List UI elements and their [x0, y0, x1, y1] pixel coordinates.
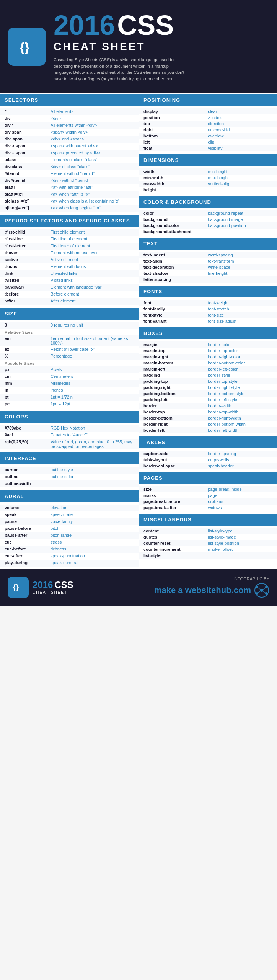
prop-right: border-bottom-color — [208, 361, 273, 365]
prop-right: clear — [208, 109, 273, 114]
row-value: Value of red, green, and blue, 0 to 255,… — [51, 439, 134, 449]
prop-right: border-top-style — [208, 379, 273, 384]
interface-header: INTERFACE — [0, 452, 138, 464]
table-row: padding-leftborder-left-style — [139, 397, 277, 403]
row-value: <span> with parent <div> — [51, 144, 134, 148]
table-row: height — [139, 187, 277, 193]
interface-section: INTERFACE cursoroutline-styleoutlineoutl… — [0, 452, 138, 490]
text-header: TEXT — [139, 238, 277, 250]
prop-left: font-variant — [143, 319, 208, 323]
prop-left: font-style — [143, 313, 208, 317]
prop-right: border-top-color — [208, 348, 273, 353]
row-key: a[attr] — [5, 185, 51, 189]
row-key: #itemid — [5, 171, 51, 176]
table-row: border-rightborder-bottom-width — [139, 421, 277, 427]
header: {} 2016 CSS CHEAT SHEET Cascading Style … — [0, 0, 277, 93]
table-row: widthmin-height — [139, 168, 277, 175]
boxes-header: BOXES — [139, 327, 277, 339]
table-row: cmCentimeters — [0, 373, 138, 380]
table-row: font-stylefont-size — [139, 312, 277, 318]
row-key: 0 — [5, 323, 51, 327]
table-row: font-familyfont-stretch — [139, 306, 277, 312]
row-value: speak-numeral — [51, 560, 134, 565]
size-content: 00 requires no unitRelative Sizesem1em e… — [0, 320, 138, 410]
prop-left: letter-spacing — [143, 277, 208, 282]
prop-left: margin-left — [143, 367, 208, 371]
table-row: paddingborder-style — [139, 372, 277, 378]
prop-right: background-image — [208, 217, 273, 222]
table-row: margin-leftborder-left-color — [139, 366, 277, 372]
aural-content: volumeelevationspeakspeech-ratepausevoic… — [0, 502, 138, 569]
footer-logo-text: 2016 CSS CHEAT SHEET — [33, 580, 73, 595]
prop-right: speak-header — [208, 464, 273, 468]
pseudo-section: PSEUDO SELECTORS AND PSEUDO CLASSES :fir… — [0, 215, 138, 307]
prop-left: display — [143, 109, 208, 114]
row-key: div, span — [5, 137, 51, 141]
row-value: First child element — [51, 230, 134, 234]
selectors-header: SELECTORS — [0, 94, 138, 106]
prop-right: border-right-width — [208, 416, 273, 420]
table-row: :linkUnvisited links — [0, 270, 138, 277]
table-row: a[attr]<a> with attribute "attr" — [0, 184, 138, 191]
table-row: border-leftborder-left-width — [139, 427, 277, 433]
row-key: div + span — [5, 150, 51, 155]
fonts-section: FONTS fontfont-weightfont-familyfont-str… — [139, 286, 277, 327]
table-row: :first-lineFirst line of element — [0, 236, 138, 243]
table-row: div span<span> within <div> — [0, 129, 138, 136]
table-row: backgroundbackground-image — [139, 216, 277, 222]
table-row: border-topborder-top-width — [139, 409, 277, 415]
table-row: 00 requires no unit — [0, 322, 138, 329]
selectors-content: *All elementsdiv<div>div *All elements w… — [0, 106, 138, 214]
prop-left: page-break-before — [143, 499, 208, 504]
prop-left: padding — [143, 373, 208, 377]
footer-brand: make a websitehub.com — [154, 585, 251, 595]
prop-left: margin — [143, 342, 208, 347]
table-row: volumeelevation — [0, 505, 138, 511]
table-row: %Percentage — [0, 353, 138, 360]
aural-header: AURAL — [0, 490, 138, 502]
table-row: displayclear — [139, 108, 277, 114]
prop-left: border-top — [143, 410, 208, 414]
row-value: After element — [51, 299, 134, 303]
prop-right: border-bottom-style — [208, 391, 273, 396]
prop-left: list-style — [143, 553, 208, 558]
table-row: marginborder-color — [139, 341, 277, 348]
prop-right: border-right-style — [208, 385, 273, 390]
row-key: outline-width — [5, 481, 51, 486]
sub-label: Absolute Sizes — [0, 360, 138, 366]
prop-left: padding-right — [143, 385, 208, 390]
sub-label: Relative Sizes — [0, 329, 138, 335]
prop-left: margin-bottom — [143, 361, 208, 365]
prop-right: overflow — [208, 134, 273, 138]
prop-right: border-bottom-width — [208, 422, 273, 426]
footer-cheat: CHEAT SHEET — [33, 590, 73, 595]
size-header: SIZE — [0, 308, 138, 320]
prop-left: max-width — [143, 181, 208, 186]
prop-left: color — [143, 211, 208, 216]
row-key: div span — [5, 130, 51, 134]
table-row: rightunicode-bidi — [139, 127, 277, 133]
prop-right: direction — [208, 121, 273, 126]
table-row: a[attr='x']<a> when "attr" is "x" — [0, 191, 138, 198]
prop-left: marks — [143, 493, 208, 498]
svg-text:{}: {} — [13, 583, 19, 591]
prop-right: border-left-width — [208, 428, 273, 433]
table-row: counter-incrementmarker-offset — [139, 546, 277, 552]
row-key: :focus — [5, 264, 51, 269]
table-row: text-indentword-spacing — [139, 252, 277, 258]
size-section: SIZE 00 requires no unitRelative Sizesem… — [0, 308, 138, 410]
row-value: <div> with id "itemid" — [51, 178, 134, 183]
prop-left: left — [143, 140, 208, 144]
prop-right: word-spacing — [208, 253, 273, 257]
row-value: Element with mouse over — [51, 250, 134, 255]
table-row: markspage — [139, 492, 277, 498]
prop-right: border-top-width — [208, 410, 273, 414]
row-key: pause-after — [5, 533, 51, 537]
table-row: topdirection — [139, 121, 277, 127]
row-value: Percentage — [51, 354, 134, 358]
prop-left: counter-increment — [143, 547, 208, 552]
prop-right: border-spacing — [208, 451, 273, 456]
prop-right: font-size — [208, 313, 273, 317]
fonts-header: FONTS — [139, 286, 277, 297]
row-value: Visited links — [51, 278, 134, 283]
